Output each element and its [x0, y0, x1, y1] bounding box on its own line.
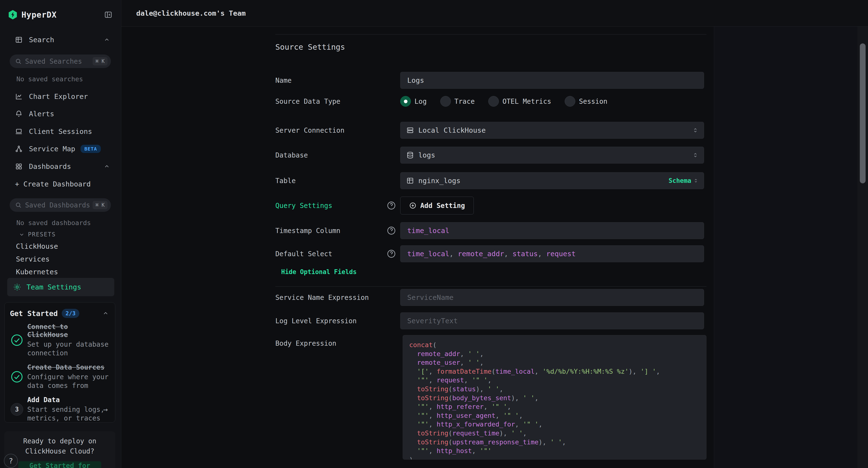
schema-button[interactable]: Schema	[669, 177, 691, 184]
get-started-step-3[interactable]: 3Add DataStart sending logs, metrics, or…	[5, 393, 115, 422]
radio-icon[interactable]	[565, 96, 575, 107]
step-title: Connect to ClickHouse	[27, 323, 109, 339]
chevron-up-icon	[104, 37, 110, 43]
code-line: concat(	[409, 341, 700, 350]
gear-icon	[13, 283, 21, 291]
sidebar-item-dashboards[interactable]: Dashboards	[0, 158, 121, 175]
saved-dashboards-placeholder: Saved Dashboards	[25, 201, 90, 209]
get-started-step-1[interactable]: Connect to ClickHouseSet up your databas…	[5, 320, 115, 360]
code-line: '"', request, '" ',	[409, 376, 700, 385]
name-input[interactable]	[400, 72, 704, 89]
create-dashboard-button[interactable]: + Create Dashboard	[0, 176, 121, 192]
step-title: Add Data	[27, 396, 109, 404]
radio-icon[interactable]	[440, 96, 451, 107]
sidebar-item-chart-explorer[interactable]: Chart Explorer	[0, 88, 121, 105]
field-row-service-name: Service Name Expression	[275, 289, 707, 306]
select-chevrons-icon	[692, 152, 699, 158]
preset-item-clickhouse[interactable]: ClickHouse	[16, 240, 58, 253]
preset-item-services[interactable]: Services	[16, 253, 50, 265]
no-saved-searches-note: No saved searches	[17, 75, 83, 83]
table-select[interactable]: nginx_logs Schema	[400, 172, 704, 189]
sidebar-item-client-sessions[interactable]: Client Sessions	[0, 123, 121, 140]
app-title: HyperDX	[22, 10, 57, 20]
timestamp-column-input[interactable]	[400, 222, 704, 239]
cloud-promo-text: Ready to deploy on ClickHouse Cloud?	[10, 436, 110, 457]
divider	[275, 286, 707, 287]
step-body: Add DataStart sending logs, metrics, or …	[27, 396, 109, 422]
help-circle-icon[interactable]	[386, 226, 396, 236]
get-started-steps: Connect to ClickHouseSet up your databas…	[5, 320, 115, 422]
hide-optional-fields-link[interactable]: Hide Optional Fields	[281, 268, 356, 275]
radio-option-otel-metrics[interactable]: OTEL Metrics	[488, 96, 551, 107]
field-row-name: Name	[275, 72, 707, 89]
presets-label: PRESETS	[28, 231, 56, 238]
service-map-icon	[15, 145, 23, 153]
saved-searches-input[interactable]: Saved Searches ⌘ K	[10, 55, 111, 68]
sidebar-collapse-icon[interactable]	[103, 9, 114, 20]
help-circle-icon[interactable]	[386, 249, 396, 259]
field-row-database: Database logs	[275, 147, 707, 164]
field-row-source-data-type: Source Data Type LogTraceOTEL MetricsSes…	[275, 95, 707, 107]
select-chevrons-icon	[693, 178, 699, 183]
preset-item-kubernetes[interactable]: Kubernetes	[16, 266, 58, 278]
field-row-timestamp: Timestamp Column	[275, 222, 707, 239]
hyperdx-logo-icon	[8, 10, 18, 20]
sidebar-item-service-map[interactable]: Service MapBETA	[0, 140, 121, 157]
database-select[interactable]: logs	[400, 147, 704, 164]
radio-option-session[interactable]: Session	[565, 96, 607, 107]
code-line: '"', http_x_forwarded_for, '" ',	[409, 420, 700, 429]
field-row-server-connection: Server Connection Local ClickHouse	[275, 122, 707, 139]
database-icon	[406, 151, 414, 159]
log-level-label: Log Level Expression	[275, 317, 386, 325]
saved-searches-placeholder: Saved Searches	[25, 57, 82, 65]
sidebar-item-alerts[interactable]: Alerts	[0, 106, 121, 122]
help-button[interactable]: ?	[4, 454, 18, 468]
sidebar: HyperDX Search Saved Searches ⌘ K No sav…	[0, 0, 121, 468]
radio-selected-icon[interactable]	[400, 96, 411, 107]
body-expression-editor[interactable]: concat( remote_addr, ' ', remote_user, '…	[403, 335, 707, 460]
scrollbar-thumb[interactable]	[860, 43, 866, 183]
saved-dashboards-input[interactable]: Saved Dashboards ⌘ K	[10, 198, 111, 212]
radio-option-trace[interactable]: Trace	[440, 96, 475, 107]
right-gutter	[714, 27, 858, 468]
progress-badge: 2/3	[62, 309, 80, 318]
code-line: '"', http_referer, '" ',	[409, 402, 700, 411]
get-started-title: Get Started	[10, 309, 58, 318]
source-settings-form: Source Settings Name Source Data Type Lo…	[275, 27, 707, 468]
radio-label: Trace	[455, 97, 475, 106]
source-data-type-label: Source Data Type	[275, 97, 386, 106]
sidebar-section-search[interactable]: Search	[0, 33, 121, 47]
server-connection-label: Server Connection	[275, 126, 386, 135]
scrollbar-track[interactable]	[858, 27, 868, 468]
get-started-step-2[interactable]: Create Data SourcesConfigure where your …	[5, 360, 115, 393]
alerts-icon	[15, 110, 23, 118]
field-row-table: Table nginx_logs Schema	[275, 172, 707, 189]
log-level-input[interactable]	[400, 313, 704, 329]
help-circle-icon[interactable]	[386, 201, 396, 211]
table-icon	[406, 177, 414, 184]
service-name-input[interactable]	[400, 289, 704, 306]
sidebar-item-label: Alerts	[29, 110, 54, 118]
server-connection-select[interactable]: Local ClickHouse	[400, 122, 704, 139]
add-setting-button[interactable]: Add Setting	[400, 197, 474, 214]
default-select-input[interactable]: time_local, remote_addr, status, request	[400, 245, 704, 262]
clickhouse-cloud-card: Ready to deploy on ClickHouse Cloud? Get…	[4, 431, 115, 468]
query-settings-label: Query Settings	[275, 202, 386, 210]
radio-label: OTEL Metrics	[502, 97, 551, 106]
field-row-query-settings: Query Settings Add Setting	[275, 197, 707, 214]
presets-toggle[interactable]: PRESETS	[19, 231, 56, 238]
step-body: Connect to ClickHouseSet up your databas…	[27, 323, 109, 357]
radio-option-log[interactable]: Log	[400, 96, 427, 107]
sidebar-item-team-settings[interactable]: Team Settings	[7, 278, 114, 296]
radio-icon[interactable]	[488, 96, 499, 107]
get-started-free-button[interactable]: Get Started for Free	[18, 461, 101, 468]
code-line: )	[409, 456, 700, 460]
code-line: toString(status), ' ',	[409, 385, 700, 394]
arrow-right-icon: →	[103, 405, 108, 414]
page-title: Source Settings	[275, 42, 345, 52]
get-started-header[interactable]: Get Started 2/3	[5, 302, 115, 320]
main-content: Source Settings Name Source Data Type Lo…	[121, 27, 858, 468]
step-number-badge: 3	[10, 396, 24, 422]
team-settings-label: Team Settings	[27, 283, 81, 291]
code-line: toString(request_time), ' ',	[409, 429, 700, 438]
